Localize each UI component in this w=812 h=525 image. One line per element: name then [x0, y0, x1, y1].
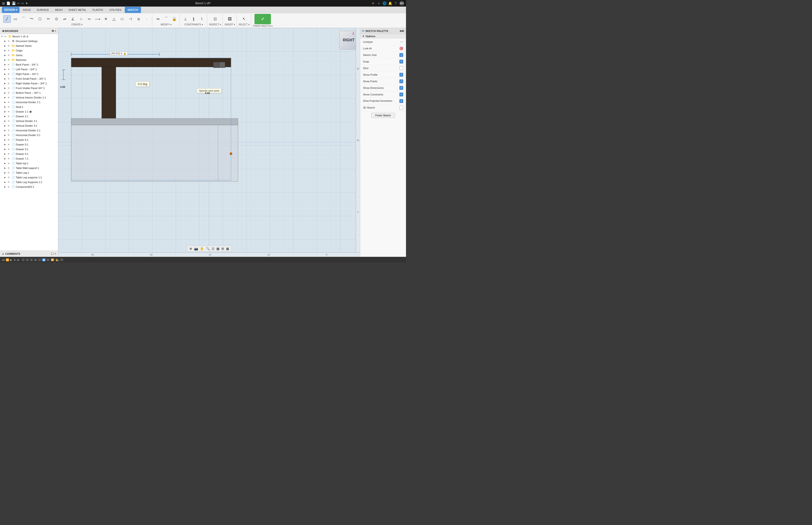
design-dropdown[interactable]: DESIGN ▾	[2, 7, 19, 13]
tree-item-table-wall-support[interactable]: ▶ 👁 📄 Table Wall support:1	[0, 166, 58, 170]
tree-item-horizontal-divider-2[interactable]: ▶ 👁 📄 Horizontal Divider 2:1	[0, 128, 58, 133]
tree-item-drawer-5[interactable]: ▶ 👁 📄 Drawer 5:1	[0, 142, 58, 147]
statusbar-icon-9[interactable]: 📐	[55, 258, 59, 261]
statusbar-icon-7[interactable]: ⊞	[46, 258, 49, 261]
tree-item-vertical-divider-2[interactable]: ▶ 👁 📄 Vertical Divider 2:1	[0, 119, 58, 123]
tree-item-drawer-3[interactable]: ▶ 👁 📄 Drawer 3:1	[0, 147, 58, 152]
statusbar-icon-2[interactable]: ◎	[26, 258, 29, 261]
file-icon[interactable]: 📄	[6, 1, 10, 5]
show-profile-checkbox[interactable]: ✓	[399, 73, 403, 77]
tool-select[interactable]: ↖	[240, 15, 248, 23]
status-play-begin[interactable]: ⏮	[2, 258, 5, 261]
tab-sketch[interactable]: SKETCH	[125, 7, 141, 13]
palette-collapse-left[interactable]: ◀	[399, 29, 401, 32]
tree-item-vertical-divider-3[interactable]: ▶ 👁 📄 Vertical Divider 3:1	[0, 123, 58, 128]
named-views-eye[interactable]: 👁	[7, 45, 11, 47]
tree-item-drawer-4[interactable]: ▶ 👁 📄 Drawer 4:1	[0, 152, 58, 156]
redo-icon[interactable]: ↪	[21, 2, 24, 5]
tree-item-table-top[interactable]: ▶ 👁 📄 Table top:1	[0, 161, 58, 166]
comments-icon1[interactable]: 💬	[51, 252, 54, 255]
tool-dimension[interactable]: ⇔	[154, 15, 162, 23]
tool-trim[interactable]: ✂	[44, 15, 52, 23]
user-avatar[interactable]: MH	[399, 1, 404, 6]
tree-item-front-small-panel[interactable]: ▶ 👁 📄 Front Small Panel – 3/4":1	[0, 76, 58, 81]
tool-mirror[interactable]: ⇌	[61, 15, 68, 23]
tree-item-vertical-interior-divider[interactable]: ▶ 👁 📄 Vertical Interior Divider 1:1	[0, 95, 58, 100]
snap-checkbox[interactable]: ✓	[399, 60, 403, 63]
tree-item-table-leg-supports-1[interactable]: ▶ 👁 📄 Table Leg supports 1:1	[0, 175, 58, 180]
tree-item-doc-settings[interactable]: ▶ 👁 ⚙ Document Settings	[0, 39, 58, 44]
close-icon[interactable]: ✕	[371, 1, 375, 5]
browser-options-icon[interactable]: ≡	[55, 29, 56, 32]
more-icon[interactable]: ▼	[25, 2, 28, 5]
tree-item-right-visible-panel[interactable]: ▶ 👁 📄 Right Visible Panel – 3/4":1	[0, 81, 58, 86]
finish-sketch-button[interactable]: ✓	[255, 14, 271, 24]
tree-item-component63[interactable]: ▶ 👁 📄 Component63:1	[0, 184, 58, 189]
tool-offset[interactable]: ⊙	[52, 15, 60, 23]
tool-poly[interactable]: ⬡	[36, 15, 44, 23]
statusbar-icon-4[interactable]: ◈	[34, 258, 37, 261]
show-projected-checkbox[interactable]: ✓	[399, 99, 403, 103]
nav-home-icon[interactable]: ⊕	[189, 247, 192, 251]
tool-rect2[interactable]: ⧈	[135, 15, 142, 23]
tool-spline[interactable]: 〜	[28, 15, 35, 23]
show-points-checkbox[interactable]: ✓	[399, 79, 403, 83]
tree-item-root[interactable]: ▼ 👁 📁 Bench 1 v9 ⚙	[0, 34, 58, 39]
tool-equals[interactable]: ═	[86, 15, 93, 23]
joints-eye[interactable]: 👁	[7, 54, 11, 57]
tree-item-drawer-2[interactable]: ▶ 👁 📄 Drawer 2:1	[0, 114, 58, 119]
tool-circle[interactable]: ○	[77, 15, 85, 23]
tool-rectangle[interactable]: ▭	[12, 15, 19, 23]
tool-arc[interactable]: ⌒	[20, 15, 27, 23]
undo-icon[interactable]: ↩	[17, 2, 20, 5]
tool-tangent[interactable]: ⊣	[127, 15, 134, 23]
tree-item-horizontal-divider-3[interactable]: ▶ 👁 📄 Horizontal Divider 3:1	[0, 133, 58, 137]
tool-extend[interactable]: ⟶	[94, 15, 101, 23]
comments-collapse-icon[interactable]: ▲	[2, 252, 4, 255]
finish-sketch-palette-button[interactable]: Finish Sketch	[371, 113, 395, 118]
tool-cross[interactable]: ✕	[102, 15, 109, 23]
statusbar-icon-10[interactable]: ⊛	[60, 258, 63, 261]
tree-item-drawer-1[interactable]: ▶ 👁 📄 Drawer 1:1 ⬤	[0, 109, 58, 114]
tree-item-front-visible-panel[interactable]: ▶ 👁 📄 Front Visible Panel 3/4":1	[0, 86, 58, 90]
root-eye[interactable]: 👁	[4, 35, 7, 38]
statusbar-icon-1[interactable]: ⊙	[21, 258, 25, 261]
show-constraints-checkbox[interactable]: ✓	[399, 93, 403, 96]
origin-eye[interactable]: 👁	[7, 49, 11, 52]
tree-item-drawer-7[interactable]: ▶ 👁 📄 Drawer 7:1	[0, 156, 58, 161]
tree-item-bottom-piece[interactable]: ▶ 👁 📄 Bottom Piece – 3/4":1	[0, 90, 58, 95]
tree-item-joints[interactable]: ▶ 👁 📁 Joints	[0, 53, 58, 58]
3d-sketch-checkbox[interactable]	[399, 106, 403, 109]
globe-icon[interactable]: 🌐	[383, 1, 386, 5]
nav-display-icon[interactable]: ▩	[216, 247, 219, 251]
nav-grid-icon[interactable]: ⊞	[221, 247, 224, 251]
nav-fit-icon[interactable]: ⊡	[212, 247, 215, 251]
tree-item-table-leg[interactable]: ▶ 👁 📄 Table Leg:1	[0, 170, 58, 175]
sketch-grid-checkbox[interactable]: ✓	[399, 53, 403, 57]
tab-sheet-metal[interactable]: SHEET METAL	[66, 7, 89, 13]
tree-item-horizontal-divider-1[interactable]: ▶ 👁 📄 Horizontal Divider 1:1	[0, 100, 58, 105]
newtab-icon[interactable]: +	[377, 1, 381, 5]
palette-expand-right[interactable]: ▶	[402, 29, 404, 32]
statusbar-icon-6[interactable]: ▣	[42, 258, 46, 261]
canvas-area[interactable]: 0.0 deg Specify next point (45.5/2)-2 🔒 …	[58, 28, 360, 257]
tool-constrain1[interactable]: ⊥	[182, 15, 189, 23]
orientation-cube[interactable]: Z RIGHT ←	[339, 31, 358, 49]
tree-item-origin[interactable]: ▶ 👁 📁 Origin	[0, 48, 58, 53]
linetype-prev-icon[interactable]: ‹	[400, 40, 401, 44]
doc-settings-eye[interactable]: 👁	[7, 40, 11, 43]
tab-plastic[interactable]: PLASTIC	[90, 7, 106, 13]
save-icon[interactable]: 💾	[12, 1, 16, 5]
tree-item-right-panel[interactable]: ▶ 👁 📄 Right Panel – 3/4":1	[0, 72, 58, 76]
root-settings-icon[interactable]: ⚙	[26, 35, 28, 38]
tool-insert-image[interactable]: 🖼	[226, 15, 233, 23]
tree-item-seat[interactable]: ▶ 👁 📄 Seat:1	[0, 105, 58, 109]
tab-surface[interactable]: SURFACE	[34, 7, 52, 13]
tool-point[interactable]: ∙	[143, 15, 151, 23]
palette-section-options[interactable]: ▼ Options	[360, 34, 406, 39]
slice-checkbox[interactable]	[399, 66, 403, 70]
tree-item-table-leg-supports-2[interactable]: ▶ 👁 📄 Table Leg Supports 2:1	[0, 180, 58, 184]
statusbar-icon-5[interactable]: ⬡	[38, 258, 41, 261]
statusbar-icon-3[interactable]: ⊕	[30, 258, 33, 261]
tool-constrain2[interactable]: ∥	[190, 15, 197, 23]
